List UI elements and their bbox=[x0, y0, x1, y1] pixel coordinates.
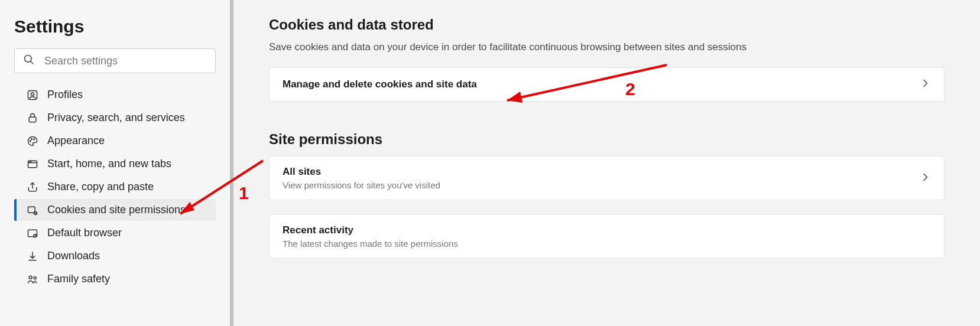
sidebar-item-label: Privacy, search, and services bbox=[47, 112, 185, 124]
svg-point-5 bbox=[30, 141, 31, 142]
chevron-right-icon bbox=[919, 77, 931, 92]
sidebar-item-profiles[interactable]: Profiles bbox=[14, 84, 216, 106]
settings-nav: Profiles Privacy, search, and services A… bbox=[14, 84, 216, 290]
cookies-section-desc: Save cookies and data on your device in … bbox=[269, 41, 945, 53]
sidebar-item-label: Appearance bbox=[47, 135, 105, 147]
search-settings[interactable] bbox=[14, 48, 216, 73]
manage-cookies-button[interactable]: Manage and delete cookies and site data bbox=[269, 67, 945, 102]
sidebar-item-label: Default browser bbox=[47, 227, 122, 239]
cookies-section-title: Cookies and data stored bbox=[269, 17, 945, 33]
all-sites-button[interactable]: All sites View permissions for sites you… bbox=[269, 156, 945, 200]
lock-icon bbox=[25, 112, 40, 124]
svg-rect-4 bbox=[29, 117, 36, 122]
sidebar-item-family[interactable]: Family safety bbox=[14, 268, 216, 290]
svg-line-1 bbox=[31, 61, 34, 64]
svg-point-7 bbox=[34, 138, 35, 139]
settings-title: Settings bbox=[14, 17, 216, 37]
recent-activity-title: Recent activity bbox=[283, 224, 458, 236]
tabs-icon bbox=[25, 158, 40, 170]
svg-point-18 bbox=[34, 276, 36, 279]
sidebar-item-start[interactable]: Start, home, and new tabs bbox=[14, 153, 216, 175]
sidebar-item-share[interactable]: Share, copy and paste bbox=[14, 176, 216, 198]
all-sites-sub: View permissions for sites you've visite… bbox=[283, 180, 440, 190]
permissions-section-title: Site permissions bbox=[269, 131, 945, 148]
svg-point-15 bbox=[34, 234, 37, 237]
settings-sidebar: Settings Profiles Privacy, search, and bbox=[0, 0, 233, 326]
sidebar-item-appearance[interactable]: Appearance bbox=[14, 130, 216, 152]
sidebar-item-label: Share, copy and paste bbox=[47, 181, 154, 193]
sidebar-item-default-browser[interactable]: Default browser bbox=[14, 222, 216, 244]
sidebar-item-label: Family safety bbox=[47, 273, 110, 285]
manage-cookies-label: Manage and delete cookies and site data bbox=[283, 79, 477, 90]
palette-icon bbox=[25, 135, 40, 147]
search-icon bbox=[23, 54, 35, 68]
svg-point-10 bbox=[30, 161, 30, 162]
svg-point-11 bbox=[31, 161, 31, 162]
all-sites-title: All sites bbox=[283, 166, 440, 178]
recent-activity-button[interactable]: Recent activity The latest changes made … bbox=[269, 214, 945, 259]
cookies-icon bbox=[25, 204, 40, 216]
svg-point-6 bbox=[31, 138, 33, 139]
svg-rect-12 bbox=[28, 207, 35, 213]
sidebar-item-label: Cookies and site permissions bbox=[47, 204, 186, 216]
svg-point-17 bbox=[29, 276, 32, 279]
browser-icon bbox=[25, 227, 40, 239]
recent-activity-sub: The latest changes made to site permissi… bbox=[283, 239, 458, 249]
search-input[interactable] bbox=[43, 54, 207, 68]
svg-point-0 bbox=[25, 56, 32, 63]
settings-content: Cookies and data stored Save cookies and… bbox=[233, 0, 980, 326]
chevron-right-icon bbox=[919, 171, 931, 185]
svg-point-3 bbox=[31, 92, 34, 95]
sidebar-item-downloads[interactable]: Downloads bbox=[14, 245, 216, 267]
sidebar-item-privacy[interactable]: Privacy, search, and services bbox=[14, 107, 216, 129]
share-icon bbox=[25, 181, 40, 193]
family-icon bbox=[25, 273, 40, 285]
svg-point-13 bbox=[34, 211, 37, 214]
sidebar-item-label: Downloads bbox=[47, 250, 100, 262]
sidebar-item-label: Profiles bbox=[47, 89, 83, 101]
profile-icon bbox=[25, 89, 40, 101]
sidebar-item-label: Start, home, and new tabs bbox=[47, 158, 171, 170]
download-icon bbox=[25, 250, 40, 262]
sidebar-item-cookies[interactable]: Cookies and site permissions bbox=[14, 199, 216, 221]
